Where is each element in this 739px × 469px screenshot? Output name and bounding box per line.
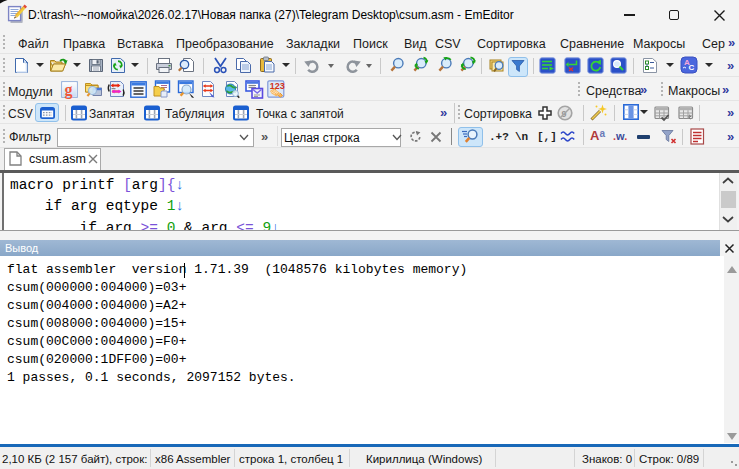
svg-text:C: C [689, 63, 695, 72]
svg-text:123: 123 [270, 81, 285, 91]
svg-text:g: g [65, 81, 73, 99]
